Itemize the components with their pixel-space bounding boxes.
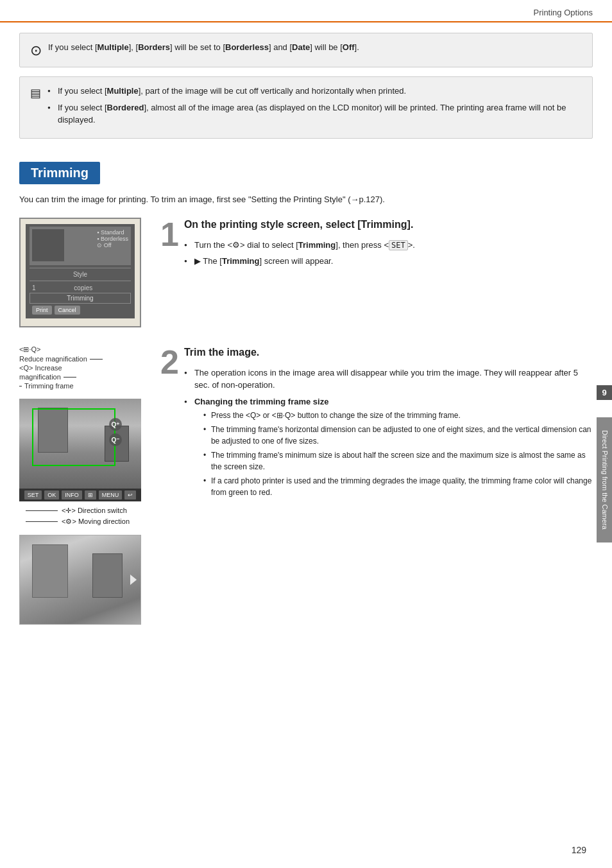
note-text: If you select [Multiple], part of the im… xyxy=(47,85,582,130)
step-2-left: <⊞·Q> Reduce magnification <Q> Increase … xyxy=(19,345,148,625)
zoom-in-icon[interactable]: Q⁺ xyxy=(109,418,122,431)
note-item-1: If you select [Multiple], part of the im… xyxy=(47,85,582,98)
step-2-content: The operation icons in the image area wi… xyxy=(184,367,593,499)
section-title: Trimming xyxy=(19,162,100,184)
trim-frame xyxy=(32,408,115,466)
caution-icon: ⊙ xyxy=(30,42,42,59)
note-item-2: If you select [Bordered], almost all of … xyxy=(47,101,582,126)
step-1-left: ▪ Standard▪ Borderless⊙ Off Style 1 copi… xyxy=(19,218,148,327)
moving-direction-label: <⚙> Moving direction xyxy=(26,517,148,526)
direction-switch-label: <✛> Direction switch xyxy=(26,507,148,515)
ok-btn[interactable]: OK xyxy=(44,490,59,499)
caution-text: If you select [Multiple], [Borders] will… xyxy=(48,41,359,54)
menu-btn[interactable]: MENU xyxy=(99,490,123,499)
bottom-result-image xyxy=(19,535,141,625)
page-title: Printing Options xyxy=(534,8,593,17)
diagram-labels-top: <⊞·Q> Reduce magnification <Q> Increase … xyxy=(19,345,148,390)
step-1-bullet-1: Turn the <⚙> dial to select [Trimming], … xyxy=(184,239,415,252)
step-1-row: ▪ Standard▪ Borderless⊙ Off Style 1 copi… xyxy=(19,218,593,327)
step-1-number: 1 xyxy=(160,218,179,251)
info-btn[interactable]: INFO xyxy=(62,490,82,499)
step-2-row: <⊞·Q> Reduce magnification <Q> Increase … xyxy=(19,345,593,625)
side-tab-number: 9 xyxy=(597,385,612,400)
camera-lcd-screen: ▪ Standard▪ Borderless⊙ Off Style 1 copi… xyxy=(19,218,141,327)
camera-screen-inner: ▪ Standard▪ Borderless⊙ Off Style 1 copi… xyxy=(26,224,135,318)
step-1-content: Turn the <⚙> dial to select [Trimming], … xyxy=(184,239,415,268)
intro-text: You can trim the image for printing. To … xyxy=(19,193,593,207)
step-1-title: On the printing style screen, select [Tr… xyxy=(184,218,415,232)
step-2-sub-4: If a card photo printer is used and the … xyxy=(203,475,593,498)
step-2-right: 2 Trim the image. The operation icons in… xyxy=(160,345,593,502)
page-header: Printing Options xyxy=(0,0,612,22)
direction-labels: <✛> Direction switch <⚙> Moving directio… xyxy=(19,507,148,528)
step-2-main-bullet: The operation icons in the image area wi… xyxy=(184,367,593,392)
step-2-title: Trim the image. xyxy=(184,345,593,360)
step-2-number: 2 xyxy=(160,345,179,379)
grid-btn[interactable]: ⊞ xyxy=(85,490,96,499)
step-2-sub-1: Press the <Q> or <⊞·Q> button to change … xyxy=(203,410,593,421)
trim-bottom-bar: SET OK INFO ⊞ MENU ↩ xyxy=(19,489,141,501)
trim-image: Q⁺ Q⁻ xyxy=(19,399,141,489)
back-btn[interactable]: ↩ xyxy=(124,490,136,499)
note-box: ▤ If you select [Multiple], part of the … xyxy=(19,76,593,139)
side-tab-label: Direct Printing from the Camera xyxy=(597,417,612,542)
cancel-btn[interactable]: Cancel xyxy=(55,306,80,315)
page-container: Printing Options ⊙ If you select [Multip… xyxy=(0,0,612,868)
page-number: 129 xyxy=(572,845,586,855)
step-1-right: 1 On the printing style screen, select [… xyxy=(160,218,593,271)
step-1-bullet-2: ▶ The [Trimming] screen will appear. xyxy=(184,255,415,268)
step-2-sub-2: The trimming frame's horizontal dimensio… xyxy=(203,424,593,447)
print-btn[interactable]: Print xyxy=(32,306,52,315)
steps-area: ▪ Standard▪ Borderless⊙ Off Style 1 copi… xyxy=(19,218,593,625)
note-icon: ▤ xyxy=(30,86,41,100)
trim-image-container: Q⁺ Q⁻ SET OK INFO ⊞ MENU ↩ xyxy=(19,399,141,501)
caution-box: ⊙ If you select [Multiple], [Borders] wi… xyxy=(19,33,593,67)
content-area: ⊙ If you select [Multiple], [Borders] wi… xyxy=(0,22,612,650)
step-2-sub-section: Changing the trimming frame size Press t… xyxy=(184,395,593,499)
zoom-out-icon[interactable]: Q⁻ xyxy=(109,433,122,446)
step-2-sub-3: The trimming frame's minimum size is abo… xyxy=(203,449,593,473)
set-btn[interactable]: SET xyxy=(24,490,42,499)
